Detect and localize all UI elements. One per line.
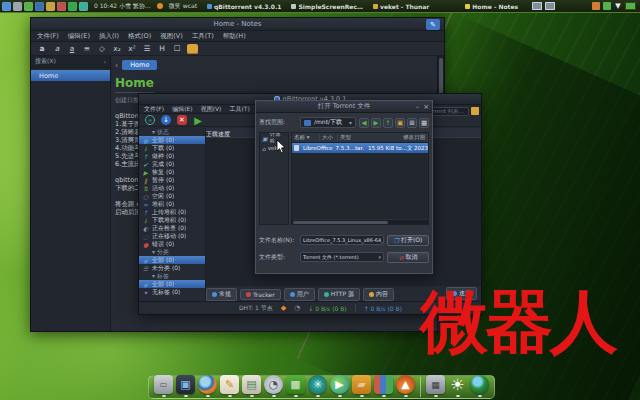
- books-icon[interactable]: [374, 375, 393, 394]
- filename-input[interactable]: LibreOffice_7.5.3_Linux_x86-64_deb.tar.g…: [300, 235, 384, 245]
- filter-item[interactable]: ✦ 无标签 (0): [139, 288, 205, 296]
- notes-menu-item[interactable]: 工具(T): [192, 32, 214, 41]
- code-icon[interactable]: ◇: [97, 44, 107, 54]
- taskbar-item[interactable]: veket - Thunar: [373, 3, 429, 10]
- qbittorrent-menu-item[interactable]: 工具(T): [229, 105, 249, 114]
- screen-icon[interactable]: [545, 2, 555, 10]
- display-icon[interactable]: [532, 2, 542, 10]
- alt-speed-icon[interactable]: ◆: [281, 304, 286, 312]
- forward-button[interactable]: ▶: [371, 118, 381, 128]
- network-icon[interactable]: ▼: [614, 2, 622, 10]
- tab-general[interactable]: 常规: [206, 288, 237, 301]
- delete-icon[interactable]: ✕: [177, 115, 187, 125]
- dialog-help-button[interactable]: –: [416, 103, 420, 111]
- add-link-icon[interactable]: ∞: [145, 115, 155, 125]
- tab-peers[interactable]: 用户: [284, 288, 315, 301]
- firefox-icon[interactable]: [198, 375, 217, 394]
- notes-menu-item[interactable]: 视图(V): [160, 32, 183, 41]
- qbittorrent-menu-item[interactable]: 文件(F): [144, 105, 164, 114]
- taskbar-item[interactable]: Home - Notes: [465, 3, 518, 10]
- dialog-close-button[interactable]: ×: [423, 103, 429, 111]
- notes-search-row[interactable]: 搜索(X) ‹: [31, 56, 110, 68]
- rocket-icon[interactable]: ▲: [396, 375, 415, 394]
- qbittorrent-menu-item[interactable]: 视图(V): [201, 105, 222, 114]
- taskbar-item[interactable]: qBittorrent v4.3.0.1: [207, 3, 281, 10]
- notes-icon[interactable]: ✎: [220, 375, 239, 394]
- column-header[interactable]: 大小: [320, 134, 338, 141]
- folder-icon[interactable]: ▰: [352, 375, 371, 394]
- tab-content[interactable]: 内容: [363, 288, 394, 301]
- italic-icon[interactable]: a: [52, 44, 62, 54]
- gallery-icon[interactable]: [46, 2, 55, 11]
- file-row-selected[interactable]: LibreOffice_7.5.3…tar.gz.torrent 15.95 K…: [292, 143, 428, 153]
- brightness-icon[interactable]: ☀: [448, 375, 467, 394]
- menu-icon[interactable]: [2, 2, 11, 11]
- speed-limit-icon[interactable]: ◔: [294, 304, 300, 312]
- notes-menu-item[interactable]: 帮助(H): [223, 32, 246, 41]
- media-player-icon[interactable]: ▶: [330, 375, 349, 394]
- file-list[interactable]: 名称 ▾大小类型修改日期 LibreOffice_7.5.3…tar.gz.to…: [291, 132, 429, 225]
- taskbar-item[interactable]: SimpleScreenRec…: [291, 3, 363, 10]
- add-torrent-icon[interactable]: ↓: [161, 115, 171, 125]
- column-header[interactable]: 名称 ▾: [292, 134, 320, 141]
- column-header[interactable]: 修改日期: [401, 134, 428, 141]
- column-header[interactable]: 上传速度: [206, 130, 230, 139]
- collapse-sidebar-button[interactable]: ‹: [104, 58, 106, 65]
- strikethrough-icon[interactable]: ≡: [82, 44, 92, 54]
- notes-titlebar[interactable]: Home - Notes ✎: [31, 18, 444, 31]
- checkbox-icon[interactable]: ☐: [172, 44, 182, 54]
- back-button[interactable]: ‹: [115, 61, 118, 70]
- leaf-icon[interactable]: [24, 2, 33, 11]
- icon-view-button[interactable]: ⊞: [407, 118, 417, 128]
- package-icon[interactable]: [592, 2, 600, 10]
- dialog-titlebar[interactable]: 打开 Torrent 文件 – ×: [256, 101, 432, 113]
- monitor-icon[interactable]: ▣: [176, 375, 195, 394]
- filter-item[interactable]: ☰ 未分类 (0): [139, 264, 205, 272]
- desktop-icon[interactable]: ▭: [154, 375, 173, 394]
- column-header[interactable]: 类型: [338, 134, 401, 141]
- messenger-icon[interactable]: [603, 2, 611, 10]
- notes-menu-item[interactable]: 文件(F): [37, 32, 59, 41]
- package-icon[interactable]: ■: [286, 375, 305, 394]
- superscript-icon[interactable]: x²: [127, 44, 137, 54]
- open-button[interactable]: ❐打开(O): [387, 235, 429, 246]
- clock-icon[interactable]: ◔: [264, 375, 283, 394]
- back-button[interactable]: ◀: [359, 118, 369, 128]
- path-combobox[interactable]: /mnt/下载 ▾: [300, 117, 356, 128]
- detail-view-button[interactable]: ▦: [419, 118, 429, 128]
- qbittorrent-menu-item[interactable]: 编辑(E): [172, 105, 192, 114]
- battery-icon[interactable]: [625, 2, 636, 10]
- notes-menu-item[interactable]: 插入(I): [99, 32, 119, 41]
- horizontal-scrollbar[interactable]: [292, 219, 428, 224]
- resume-icon[interactable]: ▶: [193, 115, 203, 125]
- heading-icon[interactable]: H: [157, 44, 167, 54]
- filter-folder-icon[interactable]: [471, 107, 479, 115]
- tab-http-sources[interactable]: HTTP 源: [318, 288, 360, 301]
- bold-icon[interactable]: a: [37, 44, 47, 54]
- network-icon[interactable]: ✳: [308, 375, 327, 394]
- subscript-icon[interactable]: x₂: [112, 44, 122, 54]
- keyboard-icon[interactable]: ▦: [426, 375, 445, 394]
- filetype-combobox[interactable]: Torrent 文件 (*.torrent)▾: [300, 252, 384, 262]
- scrollbar-thumb[interactable]: [293, 221, 388, 224]
- camera-icon[interactable]: [79, 2, 88, 11]
- notification-icon[interactable]: [157, 3, 163, 9]
- folder-icon[interactable]: [187, 44, 198, 54]
- gallery-icon[interactable]: ▤: [242, 375, 261, 394]
- open-torrent-dialog[interactable]: 打开 Torrent 文件 – × 查找范围: /mnt/下载 ▾ ◀▶↑▣⊞▦…: [255, 100, 433, 274]
- notes-menu-item[interactable]: 格式(O): [128, 32, 151, 41]
- media-icon[interactable]: [57, 2, 66, 11]
- edit-note-button[interactable]: ✎: [426, 19, 440, 30]
- tab-home[interactable]: Home: [122, 60, 157, 70]
- list-icon[interactable]: ☰: [142, 44, 152, 54]
- chat-icon[interactable]: [68, 2, 77, 11]
- notes-menu-item[interactable]: 编辑(E): [68, 32, 90, 41]
- cancel-button[interactable]: ⊘取消: [387, 252, 429, 263]
- earth-icon[interactable]: [470, 375, 489, 394]
- filter-item[interactable]: ● 错误 (0): [139, 240, 205, 248]
- note-list-item[interactable]: Home: [31, 70, 110, 81]
- underline-icon[interactable]: a: [67, 44, 77, 54]
- monitor-icon[interactable]: [35, 2, 44, 11]
- dock-separator[interactable]: [420, 377, 421, 397]
- new-folder-button[interactable]: ▣: [395, 118, 405, 128]
